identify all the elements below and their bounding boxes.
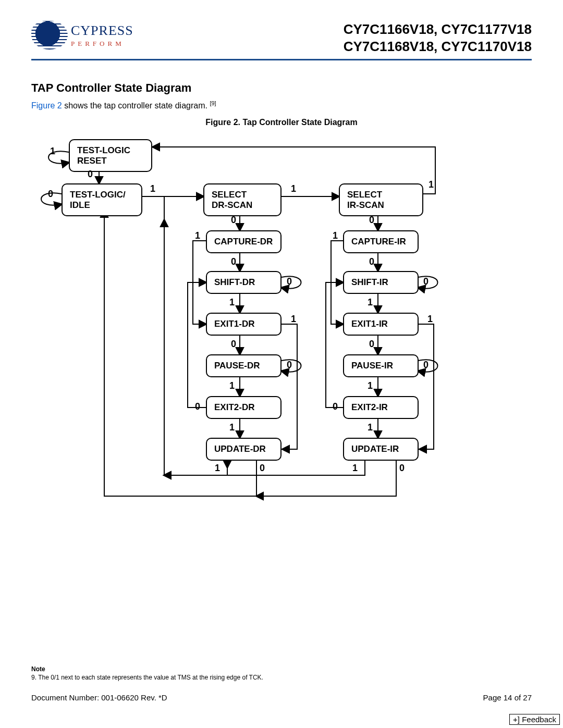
state-shift-ir: SHIFT-IR (343, 271, 419, 294)
tap-state-diagram: TEST-LOGICRESET TEST-LOGIC/IDLE SELECTDR… (31, 131, 532, 527)
figure-caption: Figure 2. Tap Controller State Diagram (31, 118, 532, 127)
section-title: TAP Controller State Diagram (31, 81, 532, 95)
state-exit2-ir: EXIT2-IR (343, 396, 419, 419)
state-select-dr-scan: SELECTDR-SCAN (203, 183, 282, 216)
edge-exit2ir-shiftir: 0 (333, 401, 338, 412)
edge-updatedr-rti: 0 (260, 463, 265, 474)
edge-updatedr-seldr: 1 (215, 463, 220, 474)
edge-exit1ir-pauseir: 0 (369, 339, 374, 350)
logo-name: CYPRESS (71, 23, 133, 39)
edge-shiftir-self: 0 (423, 276, 429, 287)
edge-updateir-rti: 0 (399, 463, 405, 474)
edge-shiftir-exit1ir: 1 (368, 297, 373, 308)
state-shift-dr: SHIFT-DR (206, 271, 282, 294)
parts-line-1: CY7C1166V18, CY7C1177V18 (344, 21, 532, 38)
logo: CYPRESS PERFORM (31, 21, 133, 50)
page-footer: Document Number: 001-06620 Rev. *D Page … (31, 693, 532, 702)
edge-shiftdr-exit1dr: 1 (229, 297, 235, 308)
note-heading: Note (31, 665, 263, 673)
page-header: CYPRESS PERFORM CY7C1166V18, CY7C1177V18… (31, 21, 532, 60)
state-exit1-ir: EXIT1-IR (343, 313, 419, 336)
edge-selir-capir: 0 (369, 215, 374, 226)
part-numbers: CY7C1166V18, CY7C1177V18 CY7C1168V18, CY… (344, 21, 532, 55)
edge-capir-shiftir: 0 (369, 256, 374, 267)
page-number: Page 14 of 27 (483, 693, 532, 702)
edge-tlr-rti: 0 (88, 169, 93, 180)
edge-pauseir-self: 0 (423, 360, 429, 371)
edge-exit1dr-updatedr: 1 (291, 314, 296, 325)
note-block: Note 9. The 0/1 next to each state repre… (31, 665, 263, 681)
state-test-logic-reset: TEST-LOGICRESET (69, 139, 152, 172)
edge-capir-exit1ir: 1 (333, 230, 338, 241)
edge-seldr-selir: 1 (291, 183, 296, 194)
edge-rti-self: 0 (48, 189, 53, 200)
edge-rti-seldr: 1 (150, 183, 155, 194)
state-update-dr: UPDATE-DR (206, 438, 282, 461)
edge-selir-tlr: 1 (429, 179, 434, 190)
edge-pauseir-exit2ir: 1 (368, 380, 373, 391)
edge-shiftdr-self: 0 (287, 276, 292, 287)
logo-tagline: PERFORM (71, 40, 133, 48)
logo-globe-icon (31, 21, 68, 50)
state-update-ir: UPDATE-IR (343, 438, 419, 461)
edge-pausedr-exit2dr: 1 (229, 380, 235, 391)
state-pause-ir: PAUSE-IR (343, 354, 419, 377)
note-text: 9. The 0/1 next to each state represents… (31, 674, 263, 681)
state-capture-ir: CAPTURE-IR (343, 230, 419, 253)
state-exit1-dr: EXIT1-DR (206, 313, 282, 336)
edge-exit2dr-updatedr: 1 (229, 422, 235, 433)
state-capture-dr: CAPTURE-DR (206, 230, 282, 253)
intro-line: Figure 2 shows the tap controller state … (31, 100, 532, 110)
edge-capdr-exit1dr: 1 (195, 230, 200, 241)
edge-seldr-capdr: 0 (231, 215, 236, 226)
edge-pausedr-self: 0 (287, 360, 292, 371)
logo-text: CYPRESS PERFORM (71, 23, 133, 48)
figure-link[interactable]: Figure 2 (31, 101, 62, 110)
feedback-button[interactable]: +] Feedback (509, 714, 560, 725)
doc-number: Document Number: 001-06620 Rev. *D (31, 693, 167, 702)
edge-capdr-shiftdr: 0 (231, 256, 236, 267)
edge-exit2ir-updateir: 1 (368, 422, 373, 433)
intro-rest: shows the tap controller state diagram. (62, 101, 210, 110)
edge-exit2dr-shiftdr: 0 (195, 401, 200, 412)
state-select-ir-scan: SELECTIR-SCAN (339, 183, 423, 216)
state-pause-dr: PAUSE-DR (206, 354, 282, 377)
intro-superscript: [9] (210, 100, 216, 106)
edge-tlr-self: 1 (50, 146, 55, 157)
edge-exit1dr-pausedr: 0 (231, 339, 236, 350)
state-exit2-dr: EXIT2-DR (206, 396, 282, 419)
state-run-test-idle: TEST-LOGIC/IDLE (62, 183, 142, 216)
edge-updateir-seldr: 1 (352, 463, 358, 474)
parts-line-2: CY7C1168V18, CY7C1170V18 (344, 38, 532, 55)
edge-exit1ir-updateir: 1 (427, 314, 433, 325)
